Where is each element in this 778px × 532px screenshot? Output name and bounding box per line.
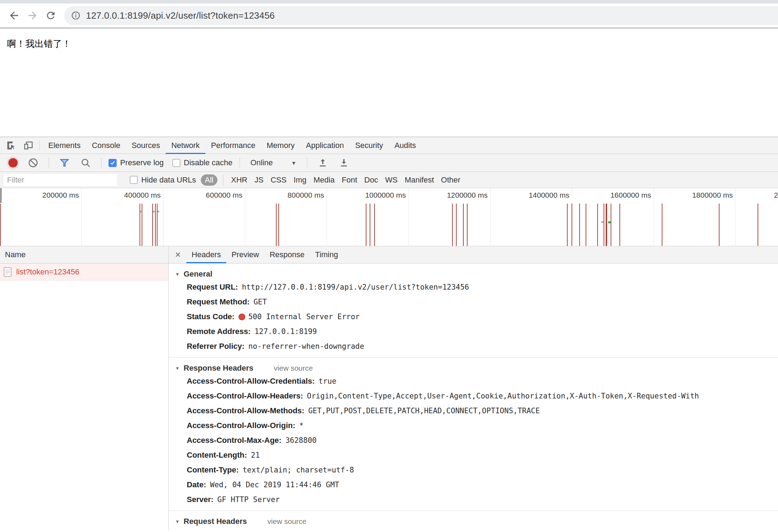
- hide-data-urls-toggle[interactable]: Hide data URLs: [130, 175, 196, 185]
- reload-button[interactable]: [42, 6, 60, 25]
- header-value: GET,PUT,POST,DELETE,PATCH,HEAD,CONNECT,O…: [308, 407, 540, 415]
- devtools-tab-console[interactable]: Console: [86, 137, 126, 154]
- inspect-cursor-icon: [6, 140, 17, 151]
- timeline-event-marker: [158, 211, 159, 212]
- forward-button[interactable]: [23, 6, 42, 25]
- view-source-link[interactable]: view source: [267, 517, 307, 526]
- type-filter-other[interactable]: Other: [439, 175, 463, 185]
- browser-tab-strip: [0, 0, 778, 4]
- devtools-tab-audits[interactable]: Audits: [389, 137, 421, 154]
- download-icon: [339, 158, 349, 168]
- timeline-gridline: [81, 188, 82, 246]
- timeline-tick-label: 800000 ms: [268, 191, 324, 199]
- header-value: Origin,Content-Type,Accept,User-Agent,Co…: [307, 392, 699, 400]
- device-toolbar-button[interactable]: [20, 137, 37, 154]
- header-kv-row: Referrer Policy:no-referrer-when-downgra…: [187, 339, 778, 354]
- devtools-tab-network[interactable]: Network: [166, 137, 205, 154]
- disable-cache-toggle[interactable]: Disable cache: [172, 158, 233, 167]
- devtools-tab-elements[interactable]: Elements: [43, 137, 86, 154]
- inspect-element-button[interactable]: [3, 137, 20, 154]
- preserve-log-toggle[interactable]: Preserve log: [109, 158, 164, 167]
- devtools-tab-memory[interactable]: Memory: [261, 137, 300, 154]
- detail-tab-headers[interactable]: Headers: [186, 246, 226, 263]
- timeline-request-bar: [662, 204, 662, 246]
- section-title: Request Headers: [184, 517, 247, 526]
- type-filter-img[interactable]: Img: [291, 175, 309, 185]
- import-har-button[interactable]: [314, 154, 331, 171]
- timeline-request-bar: [278, 204, 279, 246]
- header-kv-row: Access-Control-Allow-Origin:*: [187, 418, 778, 433]
- header-key: Access-Control-Allow-Methods:: [187, 406, 304, 415]
- devtools-tab-application[interactable]: Application: [300, 137, 350, 154]
- type-filter-all[interactable]: All: [201, 174, 217, 186]
- section-header-request-headers[interactable]: ▼Request Headersview source: [175, 516, 778, 527]
- type-filter-js[interactable]: JS: [252, 175, 266, 185]
- devtools-tab-sources[interactable]: Sources: [126, 137, 166, 154]
- reload-icon: [45, 10, 56, 21]
- devtools-tabs: ElementsConsoleSourcesNetworkPerformance…: [43, 137, 422, 154]
- triangle-down-icon: ▼: [175, 519, 184, 524]
- type-filter-media[interactable]: Media: [311, 175, 337, 185]
- type-filter-ws[interactable]: WS: [383, 175, 400, 185]
- header-key: Access-Control-Max-Age:: [187, 436, 282, 445]
- address-bar[interactable]: 127.0.0.1:8199/api.v2/user/list?token=12…: [64, 6, 778, 25]
- throttling-select[interactable]: Online ▼: [247, 158, 300, 167]
- filter-input[interactable]: [4, 174, 117, 186]
- record-button[interactable]: [8, 158, 18, 167]
- timeline-request-bar: [374, 204, 375, 246]
- header-key: Remote Address:: [187, 327, 251, 336]
- type-filter-css[interactable]: CSS: [268, 175, 289, 185]
- checkmark-icon: [110, 160, 116, 166]
- forward-arrow-icon: [26, 10, 38, 21]
- detail-tab-response[interactable]: Response: [264, 246, 310, 263]
- timeline-gridline: [408, 188, 409, 246]
- detail-tab-preview[interactable]: Preview: [226, 246, 264, 263]
- request-name: list?token=123456: [16, 267, 79, 277]
- devtools-tab-performance[interactable]: Performance: [205, 137, 261, 154]
- type-filter-xhr[interactable]: XHR: [229, 175, 249, 185]
- timeline-tick-label: 1800000 ms: [677, 191, 733, 199]
- name-column-header[interactable]: Name: [0, 246, 168, 264]
- type-filter-font[interactable]: Font: [340, 175, 359, 185]
- section-divider: [169, 511, 778, 511]
- header-key: Status Code:: [187, 312, 235, 321]
- timeline-request-bar: [719, 204, 720, 246]
- timeline-request-bar: [597, 204, 598, 246]
- devtools-tab-security[interactable]: Security: [350, 137, 389, 154]
- throttling-value: Online: [251, 158, 273, 167]
- hide-data-urls-checkbox[interactable]: [130, 176, 138, 184]
- timeline-request-bar: [463, 204, 464, 246]
- timeline-event-marker: [140, 211, 142, 212]
- section-header-response-headers[interactable]: ▼Response Headersview source: [175, 363, 778, 374]
- search-button[interactable]: [77, 154, 94, 171]
- disable-cache-checkbox[interactable]: [172, 159, 180, 167]
- header-key: Access-Control-Allow-Origin:: [187, 421, 295, 430]
- close-icon[interactable]: ×: [175, 250, 181, 260]
- timeline-event-marker: [153, 211, 155, 212]
- type-filter-doc[interactable]: Doc: [362, 175, 380, 185]
- device-toggle-icon: [23, 140, 33, 151]
- divider: [49, 157, 49, 168]
- preserve-log-checkbox[interactable]: [109, 159, 117, 167]
- type-filter-manifest[interactable]: Manifest: [402, 175, 436, 185]
- timeline-request-bar: [276, 204, 277, 246]
- detail-tab-timing[interactable]: Timing: [310, 246, 343, 263]
- network-overview-timeline[interactable]: 200000 ms400000 ms600000 ms800000 ms1000…: [0, 188, 778, 246]
- header-kv-row: Request URL:http://127.0.0.1:8199/api.v2…: [187, 280, 778, 295]
- header-value: 3628800: [285, 436, 317, 445]
- clear-icon: [28, 157, 38, 168]
- section-header-general[interactable]: ▼General: [175, 268, 778, 280]
- clear-button[interactable]: [25, 154, 42, 171]
- filter-toggle-button[interactable]: [56, 154, 73, 171]
- back-arrow-icon: [8, 10, 20, 21]
- export-har-button[interactable]: [335, 154, 352, 171]
- preserve-log-label: Preserve log: [120, 158, 164, 167]
- view-source-link[interactable]: view source: [274, 364, 313, 372]
- url-text: 127.0.0.1:8199/api.v2/user/list?token=12…: [86, 10, 275, 21]
- table-row-request[interactable]: list?token=123456: [0, 264, 168, 280]
- header-key: Content-Length:: [187, 451, 247, 460]
- triangle-down-icon: ▼: [175, 366, 184, 371]
- timeline-tick-label: 600000 ms: [186, 191, 242, 199]
- request-list: list?token=123456: [0, 264, 168, 280]
- back-button[interactable]: [5, 6, 23, 25]
